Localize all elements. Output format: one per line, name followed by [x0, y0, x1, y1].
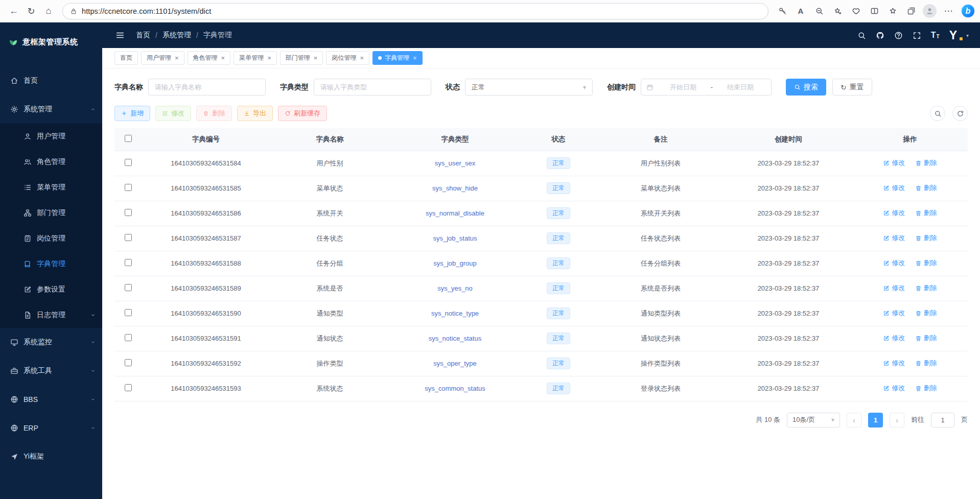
refresh-table-button[interactable]	[952, 106, 968, 121]
row-edit-button[interactable]: 修改	[883, 183, 905, 193]
dict-type-input[interactable]	[314, 79, 431, 96]
browser-essentials-button[interactable]	[847, 3, 865, 19]
sidebar-item-system-management[interactable]: 系统管理	[0, 95, 102, 124]
sidebar-subitem-post-management[interactable]: 岗位管理	[0, 226, 102, 251]
favorites-button[interactable]	[884, 3, 901, 19]
dict-type-link[interactable]: sys_job_group	[433, 259, 477, 267]
password-key-button[interactable]	[774, 3, 791, 19]
row-edit-button[interactable]: 修改	[883, 283, 905, 293]
row-delete-button[interactable]: 删除	[915, 208, 937, 218]
sidebar-subitem-param-settings[interactable]: 参数设置	[0, 277, 102, 302]
help-button[interactable]	[894, 31, 903, 40]
fullscreen-button[interactable]	[913, 31, 921, 40]
row-checkbox[interactable]	[125, 259, 132, 266]
next-page-button[interactable]: ›	[890, 413, 904, 427]
search-button[interactable]: 搜索	[786, 79, 826, 96]
row-checkbox[interactable]	[125, 184, 132, 191]
tab-post-management[interactable]: 岗位管理×	[326, 51, 369, 65]
sidebar-item-system-tools[interactable]: 系统工具	[0, 357, 102, 385]
tab-dept-management[interactable]: 部门管理×	[280, 51, 323, 65]
select-all-checkbox[interactable]	[125, 135, 132, 142]
row-edit-button[interactable]: 修改	[883, 158, 905, 168]
close-icon[interactable]: ×	[314, 55, 318, 61]
dict-name-input[interactable]	[148, 79, 266, 96]
browser-profile-button[interactable]	[923, 4, 937, 18]
close-icon[interactable]: ×	[413, 55, 417, 61]
row-delete-button[interactable]: 删除	[915, 158, 937, 168]
row-checkbox[interactable]	[125, 209, 132, 216]
add-favorite-button[interactable]	[829, 3, 846, 19]
collections-button[interactable]	[902, 3, 920, 19]
zoom-out-button[interactable]	[810, 3, 828, 19]
browser-refresh-button[interactable]: ↻	[22, 3, 40, 19]
close-icon[interactable]: ×	[267, 55, 271, 61]
export-button[interactable]: 导出	[237, 106, 273, 121]
edit-button[interactable]: 修改	[155, 106, 191, 121]
tab-user-management[interactable]: 用户管理×	[141, 51, 184, 65]
close-icon[interactable]: ×	[221, 55, 225, 61]
row-checkbox[interactable]	[125, 284, 132, 291]
sidebar-subitem-log-management[interactable]: 日志管理	[0, 302, 102, 328]
browser-back-button[interactable]: ←	[5, 3, 22, 19]
dict-type-link[interactable]: sys_notice_type	[431, 310, 479, 317]
sidebar-subitem-user-management[interactable]: 用户管理	[0, 124, 102, 149]
reset-button[interactable]: ↻ 重置	[832, 79, 872, 96]
sidebar-item-home[interactable]: 首页	[0, 66, 102, 95]
row-delete-button[interactable]: 删除	[915, 334, 937, 343]
sidebar-item-bbs[interactable]: BBS	[0, 385, 102, 414]
row-checkbox[interactable]	[125, 234, 132, 241]
row-delete-button[interactable]: 删除	[915, 258, 937, 268]
row-delete-button[interactable]: 删除	[915, 233, 937, 243]
page-size-select[interactable]: 10条/页 ▾	[787, 413, 840, 427]
close-icon[interactable]: ×	[175, 55, 179, 61]
sidebar-subitem-role-management[interactable]: 角色管理	[0, 149, 102, 175]
row-edit-button[interactable]: 修改	[883, 334, 905, 343]
browser-home-button[interactable]: ⌂	[40, 3, 57, 19]
tab-role-management[interactable]: 角色管理×	[188, 51, 231, 65]
sidebar-item-erp[interactable]: ERP	[0, 414, 102, 442]
dict-type-link[interactable]: sys_notice_status	[429, 335, 481, 342]
tab-dict-management[interactable]: 字典管理×	[372, 51, 423, 65]
row-edit-button[interactable]: 修改	[883, 208, 905, 218]
dict-type-link[interactable]: sys_common_status	[425, 385, 485, 392]
goto-page-input[interactable]	[931, 413, 954, 427]
close-icon[interactable]: ×	[360, 55, 364, 61]
row-checkbox[interactable]	[125, 334, 132, 341]
row-checkbox[interactable]	[125, 384, 132, 391]
row-edit-button[interactable]: 修改	[883, 233, 905, 243]
user-avatar-menu[interactable]: Y ▾	[949, 30, 969, 41]
row-delete-button[interactable]: 删除	[915, 283, 937, 293]
row-delete-button[interactable]: 删除	[915, 183, 937, 193]
refresh-cache-button[interactable]: 刷新缓存	[278, 106, 327, 121]
date-range-picker[interactable]: 开始日期 - 结束日期	[641, 79, 772, 96]
delete-button[interactable]: 删除	[196, 106, 232, 121]
breadcrumb-item-system[interactable]: 系统管理	[162, 31, 191, 40]
dict-type-link[interactable]: sys_yes_no	[437, 284, 473, 292]
browser-menu-button[interactable]: ⋯	[940, 3, 957, 19]
add-button[interactable]: 新增	[114, 106, 150, 121]
row-edit-button[interactable]: 修改	[883, 258, 905, 268]
font-size-button[interactable]: TT	[931, 31, 940, 39]
header-search-button[interactable]	[857, 31, 866, 40]
bing-chat-button[interactable]: b	[961, 4, 975, 18]
sidebar-item-yi-framework[interactable]: Yi框架	[0, 442, 102, 471]
page-1-button[interactable]: 1	[868, 413, 883, 427]
dict-type-link[interactable]: sys_job_status	[433, 234, 477, 242]
collapse-sidebar-button[interactable]	[113, 29, 127, 42]
sidebar-subitem-menu-management[interactable]: 菜单管理	[0, 175, 102, 200]
row-checkbox[interactable]	[125, 159, 132, 166]
split-screen-button[interactable]	[866, 3, 883, 19]
row-delete-button[interactable]: 删除	[915, 384, 937, 393]
sidebar-subitem-dict-management[interactable]: 字典管理	[0, 251, 102, 277]
status-select[interactable]: 正常 ▾	[465, 79, 593, 96]
prev-page-button[interactable]: ‹	[847, 413, 861, 427]
row-edit-button[interactable]: 修改	[883, 359, 905, 368]
row-edit-button[interactable]: 修改	[883, 308, 905, 318]
dict-type-link[interactable]: sys_oper_type	[433, 360, 477, 367]
row-edit-button[interactable]: 修改	[883, 384, 905, 393]
row-checkbox[interactable]	[125, 309, 132, 316]
dict-type-link[interactable]: sys_show_hide	[432, 184, 478, 192]
row-delete-button[interactable]: 删除	[915, 359, 937, 368]
dict-type-link[interactable]: sys_normal_disable	[426, 209, 484, 217]
toggle-search-button[interactable]	[930, 106, 945, 121]
